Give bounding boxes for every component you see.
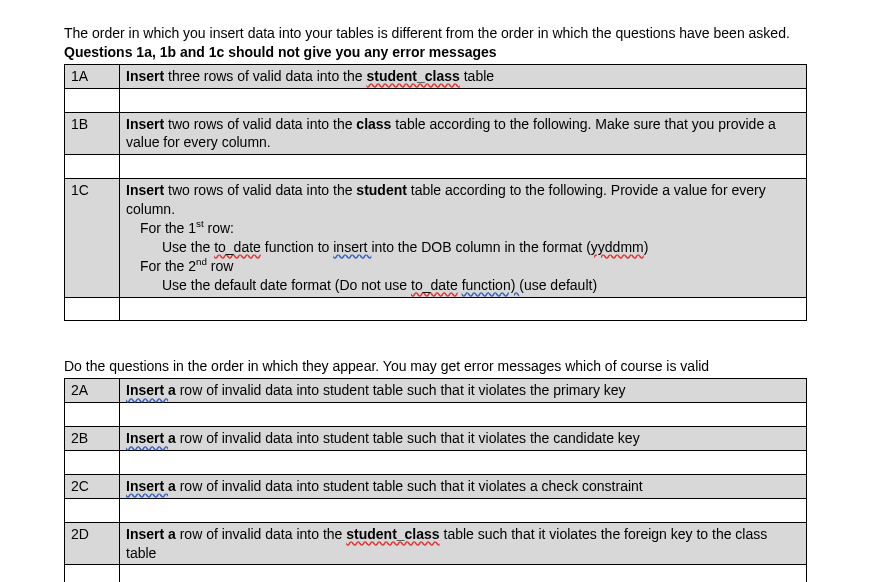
question-number: 1B bbox=[65, 112, 120, 155]
intro-paragraph-2: Do the questions in the order in which t… bbox=[64, 357, 807, 376]
question-text: Insert a row of invalid data into studen… bbox=[120, 427, 807, 451]
question-text: Insert two rows of valid data into the c… bbox=[120, 112, 807, 155]
question-number: 2C bbox=[65, 474, 120, 498]
answer-row bbox=[65, 88, 807, 112]
answer-row bbox=[65, 297, 807, 321]
answer-cell bbox=[120, 297, 807, 321]
question-row: 2BInsert a row of invalid data into stud… bbox=[65, 427, 807, 451]
question-row: 2AInsert a row of invalid data into stud… bbox=[65, 379, 807, 403]
answer-cell bbox=[120, 451, 807, 475]
answer-cell bbox=[65, 403, 120, 427]
answer-cell bbox=[120, 155, 807, 179]
question-text: Insert three rows of valid data into the… bbox=[120, 64, 807, 88]
answer-cell bbox=[120, 498, 807, 522]
question-number: 2D bbox=[65, 522, 120, 565]
answer-row bbox=[65, 403, 807, 427]
answer-cell bbox=[65, 565, 120, 582]
question-number: 2B bbox=[65, 427, 120, 451]
answer-row bbox=[65, 451, 807, 475]
question-row: 1BInsert two rows of valid data into the… bbox=[65, 112, 807, 155]
question-row: 2CInsert a row of invalid data into stud… bbox=[65, 474, 807, 498]
intro-text-1b: Questions 1a, 1b and 1c should not give … bbox=[64, 44, 497, 60]
question-number: 1C bbox=[65, 179, 120, 297]
question-row: 2DInsert a row of invalid data into the … bbox=[65, 522, 807, 565]
question-text: Insert a row of invalid data into studen… bbox=[120, 379, 807, 403]
question-text: Insert a row of invalid data into studen… bbox=[120, 474, 807, 498]
question-number: 1A bbox=[65, 64, 120, 88]
question-table-2: 2AInsert a row of invalid data into stud… bbox=[64, 378, 807, 582]
answer-cell bbox=[120, 403, 807, 427]
question-row: 1AInsert three rows of valid data into t… bbox=[65, 64, 807, 88]
answer-row bbox=[65, 565, 807, 582]
answer-cell bbox=[65, 155, 120, 179]
question-text: Insert two rows of valid data into the s… bbox=[120, 179, 807, 297]
answer-cell bbox=[120, 565, 807, 582]
answer-cell bbox=[65, 451, 120, 475]
answer-cell bbox=[65, 498, 120, 522]
answer-cell bbox=[65, 88, 120, 112]
answer-cell bbox=[65, 297, 120, 321]
answer-row bbox=[65, 155, 807, 179]
answer-cell bbox=[120, 88, 807, 112]
intro-text-1a: The order in which you insert data into … bbox=[64, 25, 790, 41]
question-text: Insert a row of invalid data into the st… bbox=[120, 522, 807, 565]
question-row: 1CInsert two rows of valid data into the… bbox=[65, 179, 807, 297]
intro-paragraph-1: The order in which you insert data into … bbox=[64, 24, 807, 62]
question-number: 2A bbox=[65, 379, 120, 403]
question-table-1: 1AInsert three rows of valid data into t… bbox=[64, 64, 807, 322]
answer-row bbox=[65, 498, 807, 522]
